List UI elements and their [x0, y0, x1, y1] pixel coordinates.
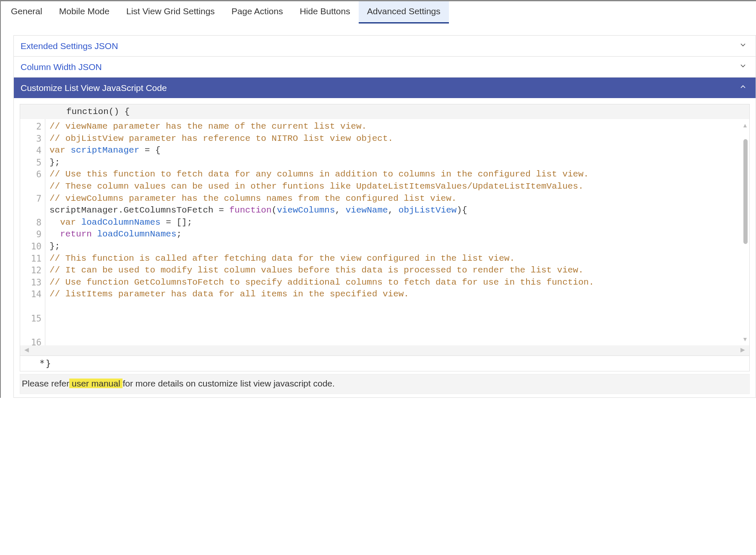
accordion-title-column: Column Width JSON	[21, 62, 102, 72]
editor-header-line: function() {	[20, 104, 750, 119]
accordion-header-column[interactable]: Column Width JSON	[14, 57, 756, 77]
tab-page-actions[interactable]: Page Actions	[223, 1, 292, 23]
code-editor-panel: function() { 2 3 4 5 6 . 7 . 8 9 10	[14, 98, 756, 397]
chevron-down-icon	[739, 62, 747, 72]
tab-general[interactable]: General	[3, 1, 51, 23]
help-text: Please refer user manual for more detail…	[20, 374, 750, 394]
footer-star: *	[39, 358, 45, 368]
accordion: Extended Settings JSON Column Width JSON…	[13, 35, 756, 398]
tab-advanced-settings[interactable]: Advanced Settings	[359, 1, 449, 23]
help-pre: Please refer	[22, 379, 69, 388]
chevron-down-icon	[739, 41, 747, 51]
accordion-header-extended[interactable]: Extended Settings JSON	[14, 36, 756, 56]
user-manual-link[interactable]: user manual	[69, 379, 123, 388]
editor-footer-line: * }	[20, 356, 750, 371]
footer-brace: }	[46, 358, 51, 368]
scroll-thumb[interactable]	[743, 139, 748, 244]
accordion-item-extended: Extended Settings JSON	[14, 36, 756, 57]
tab-list-view-grid[interactable]: List View Grid Settings	[118, 1, 223, 23]
scroll-up-icon[interactable]: ▲	[742, 122, 748, 128]
code-text[interactable]: // viewName parameter has the name of th…	[45, 119, 749, 345]
tab-mobile-mode[interactable]: Mobile Mode	[51, 1, 118, 23]
vertical-scrollbar[interactable]: ▲ ▼	[742, 122, 748, 342]
scroll-down-icon[interactable]: ▼	[742, 336, 748, 342]
help-post: for more details on customize list view …	[123, 379, 334, 388]
scroll-right-icon[interactable]: ▶	[740, 346, 745, 353]
tab-hide-buttons[interactable]: Hide Buttons	[291, 1, 358, 23]
accordion-title-extended: Extended Settings JSON	[21, 41, 118, 51]
content-area: Extended Settings JSON Column Width JSON…	[1, 23, 756, 398]
tabs-bar: General Mobile Mode List View Grid Setti…	[1, 1, 756, 23]
chevron-up-icon	[739, 83, 747, 93]
horizontal-scrollbar[interactable]: ◀ ▶	[20, 345, 750, 356]
accordion-item-customize: Customize List View JavaScript Code func…	[14, 78, 756, 398]
line-number-gutter: 2 3 4 5 6 . 7 . 8 9 10 11 12 13	[20, 119, 45, 345]
accordion-header-customize[interactable]: Customize List View JavaScript Code	[14, 78, 756, 98]
accordion-item-column: Column Width JSON	[14, 57, 756, 78]
accordion-title-customize: Customize List View JavaScript Code	[21, 83, 167, 93]
code-editor[interactable]: 2 3 4 5 6 . 7 . 8 9 10 11 12 13	[20, 119, 750, 345]
